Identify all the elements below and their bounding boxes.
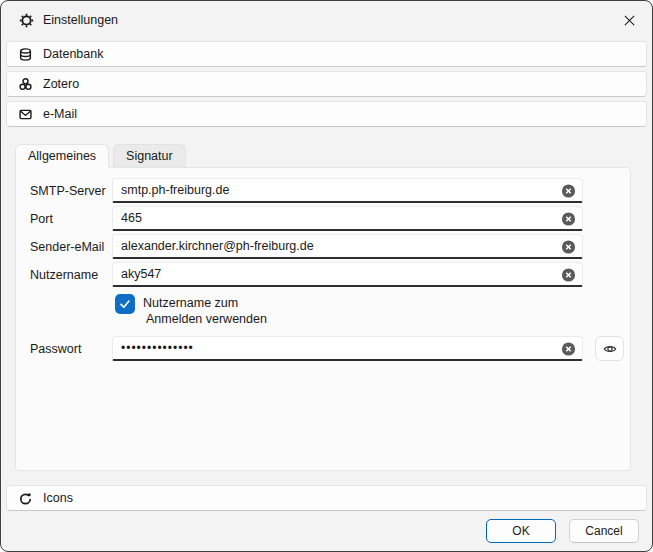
ok-button[interactable]: OK	[486, 519, 556, 543]
clear-icon[interactable]	[561, 183, 576, 198]
port-input[interactable]	[112, 206, 583, 231]
expander-zotero[interactable]: Zotero	[6, 71, 647, 97]
use-username-checkbox-label: Nutzername zum Anmelden verwenden	[143, 294, 267, 327]
gear-icon	[19, 13, 34, 28]
settings-dialog: Einstellungen Daten	[0, 0, 653, 552]
dialog-footer: OK Cancel	[1, 511, 652, 551]
username-row: Nutzername	[30, 262, 583, 287]
use-username-checkbox[interactable]	[115, 294, 135, 314]
username-input[interactable]	[112, 262, 583, 287]
expander-email-label: e-Mail	[43, 107, 77, 121]
eye-icon	[602, 341, 618, 357]
database-icon	[18, 47, 33, 62]
checkmark-icon	[118, 297, 132, 311]
tab-signatur[interactable]: Signatur	[113, 144, 186, 167]
email-tabs: Allgemeines Signatur	[15, 144, 647, 167]
dialog-title: Einstellungen	[43, 13, 118, 27]
mail-icon	[18, 107, 33, 122]
password-input[interactable]	[112, 336, 583, 361]
close-icon	[623, 14, 636, 27]
port-row: Port	[30, 206, 583, 231]
password-label: Passwort	[30, 342, 112, 356]
sections-list: Datenbank Zotero	[1, 39, 652, 511]
username-label: Nutzername	[30, 268, 112, 282]
expander-email[interactable]: e-Mail	[6, 101, 647, 127]
smtp-server-row: SMTP-Server	[30, 178, 583, 203]
tab-allgemeines[interactable]: Allgemeines	[15, 144, 109, 168]
password-row: Passwort	[30, 336, 624, 361]
clear-icon[interactable]	[561, 211, 576, 226]
cancel-button[interactable]: Cancel	[569, 519, 639, 543]
expander-icons[interactable]: Icons	[6, 485, 647, 511]
sender-email-input[interactable]	[112, 234, 583, 259]
clear-icon[interactable]	[561, 341, 576, 356]
clear-icon[interactable]	[561, 239, 576, 254]
sender-email-row: Sender-eMail	[30, 234, 583, 259]
expander-datenbank[interactable]: Datenbank	[6, 41, 647, 67]
clear-icon[interactable]	[561, 267, 576, 282]
expander-zotero-label: Zotero	[43, 77, 79, 91]
sender-email-label: Sender-eMail	[30, 240, 112, 254]
expander-icons-label: Icons	[43, 491, 73, 505]
smtp-server-input[interactable]	[112, 178, 583, 203]
zotero-icon	[18, 77, 33, 92]
use-username-row: Nutzername zum Anmelden verwenden	[115, 294, 624, 327]
smtp-server-label: SMTP-Server	[30, 184, 112, 198]
expander-datenbank-label: Datenbank	[43, 47, 103, 61]
email-panel: SMTP-Server Port	[15, 167, 631, 471]
titlebar: Einstellungen	[1, 1, 652, 39]
port-label: Port	[30, 212, 112, 226]
refresh-ring-icon	[18, 491, 33, 506]
close-button[interactable]	[606, 1, 652, 39]
reveal-password-button[interactable]	[595, 336, 624, 361]
